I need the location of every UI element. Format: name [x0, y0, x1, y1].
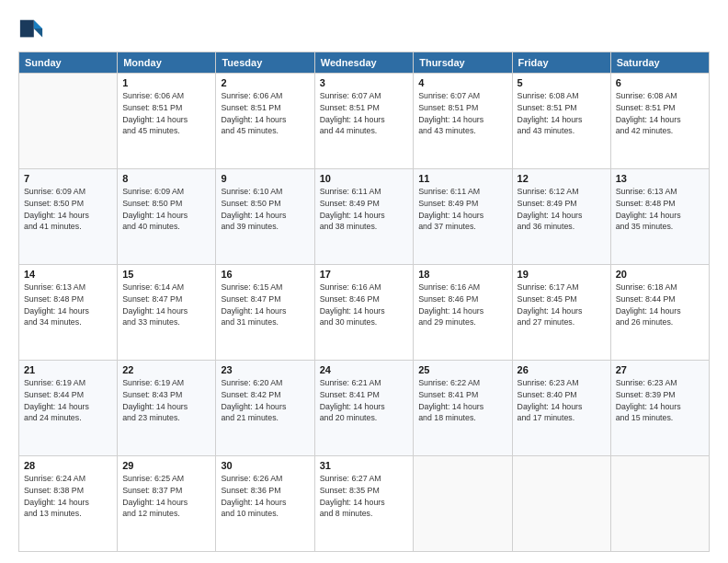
- cell-info-text: Sunrise: 6:08 AM Sunset: 8:51 PM Dayligh…: [518, 90, 606, 137]
- cell-date-number: 4: [418, 77, 506, 88]
- cell-date-number: 14: [24, 269, 112, 280]
- calendar-cell: 11Sunrise: 6:11 AM Sunset: 8:49 PM Dayli…: [414, 169, 512, 265]
- cell-date-number: 27: [616, 364, 704, 375]
- calendar-cell: 30Sunrise: 6:26 AM Sunset: 8:36 PM Dayli…: [216, 456, 314, 552]
- calendar-cell: 8Sunrise: 6:09 AM Sunset: 8:50 PM Daylig…: [118, 169, 216, 265]
- calendar-cell: 15Sunrise: 6:14 AM Sunset: 8:47 PM Dayli…: [118, 265, 216, 361]
- cell-date-number: 16: [221, 269, 309, 280]
- cell-info-text: Sunrise: 6:19 AM Sunset: 8:44 PM Dayligh…: [24, 377, 112, 424]
- cell-info-text: Sunrise: 6:15 AM Sunset: 8:47 PM Dayligh…: [221, 282, 309, 328]
- cell-info-text: Sunrise: 6:09 AM Sunset: 8:50 PM Dayligh…: [24, 186, 112, 233]
- cell-info-text: Sunrise: 6:06 AM Sunset: 8:51 PM Dayligh…: [122, 90, 210, 137]
- cell-date-number: 6: [616, 77, 704, 88]
- cell-date-number: 21: [24, 364, 112, 375]
- cell-date-number: 3: [320, 77, 409, 88]
- calendar-cell: 29Sunrise: 6:25 AM Sunset: 8:37 PM Dayli…: [118, 456, 216, 552]
- cell-date-number: 17: [320, 269, 409, 280]
- cell-info-text: Sunrise: 6:08 AM Sunset: 8:51 PM Dayligh…: [616, 90, 704, 137]
- calendar-cell: 6Sunrise: 6:08 AM Sunset: 8:51 PM Daylig…: [610, 74, 709, 169]
- calendar-week-2: 7Sunrise: 6:09 AM Sunset: 8:50 PM Daylig…: [19, 169, 710, 265]
- calendar-week-5: 28Sunrise: 6:24 AM Sunset: 8:38 PM Dayli…: [19, 456, 710, 552]
- calendar-cell: 12Sunrise: 6:12 AM Sunset: 8:49 PM Dayli…: [512, 169, 610, 265]
- col-header-wednesday: Wednesday: [314, 52, 414, 74]
- calendar-cell: 7Sunrise: 6:09 AM Sunset: 8:50 PM Daylig…: [19, 169, 118, 265]
- calendar-cell: [610, 456, 709, 552]
- calendar-cell: 31Sunrise: 6:27 AM Sunset: 8:35 PM Dayli…: [314, 456, 414, 552]
- calendar-cell: 24Sunrise: 6:21 AM Sunset: 8:41 PM Dayli…: [314, 361, 414, 456]
- calendar-cell: 25Sunrise: 6:22 AM Sunset: 8:41 PM Dayli…: [414, 361, 512, 456]
- cell-date-number: 20: [616, 269, 704, 280]
- cell-info-text: Sunrise: 6:23 AM Sunset: 8:40 PM Dayligh…: [518, 377, 606, 424]
- cell-info-text: Sunrise: 6:07 AM Sunset: 8:51 PM Dayligh…: [320, 90, 409, 137]
- calendar-cell: 1Sunrise: 6:06 AM Sunset: 8:51 PM Daylig…: [118, 74, 216, 169]
- cell-date-number: 8: [122, 173, 210, 184]
- cell-info-text: Sunrise: 6:23 AM Sunset: 8:39 PM Dayligh…: [616, 377, 704, 424]
- cell-info-text: Sunrise: 6:13 AM Sunset: 8:48 PM Dayligh…: [24, 282, 112, 328]
- cell-date-number: 19: [518, 269, 606, 280]
- page: SundayMondayTuesdayWednesdayThursdayFrid…: [0, 0, 728, 563]
- cell-date-number: 7: [24, 173, 112, 184]
- calendar-cell: 28Sunrise: 6:24 AM Sunset: 8:38 PM Dayli…: [19, 456, 118, 552]
- cell-date-number: 11: [418, 173, 506, 184]
- calendar-week-4: 21Sunrise: 6:19 AM Sunset: 8:44 PM Dayli…: [19, 361, 710, 456]
- cell-date-number: 22: [122, 364, 210, 375]
- col-header-sunday: Sunday: [19, 52, 118, 74]
- header: [18, 17, 710, 42]
- cell-date-number: 24: [320, 364, 409, 375]
- calendar-cell: [512, 456, 610, 552]
- calendar-cell: 16Sunrise: 6:15 AM Sunset: 8:47 PM Dayli…: [216, 265, 314, 361]
- calendar-cell: [414, 456, 512, 552]
- cell-info-text: Sunrise: 6:20 AM Sunset: 8:42 PM Dayligh…: [221, 377, 309, 424]
- cell-info-text: Sunrise: 6:17 AM Sunset: 8:45 PM Dayligh…: [518, 282, 606, 328]
- cell-date-number: 30: [221, 460, 309, 471]
- cell-date-number: 2: [221, 77, 309, 88]
- cell-info-text: Sunrise: 6:11 AM Sunset: 8:49 PM Dayligh…: [418, 186, 506, 233]
- calendar-week-1: 1Sunrise: 6:06 AM Sunset: 8:51 PM Daylig…: [19, 74, 710, 169]
- calendar-cell: [19, 74, 118, 169]
- calendar-cell: 4Sunrise: 6:07 AM Sunset: 8:51 PM Daylig…: [414, 74, 512, 169]
- cell-info-text: Sunrise: 6:16 AM Sunset: 8:46 PM Dayligh…: [418, 282, 506, 328]
- calendar-header-row: SundayMondayTuesdayWednesdayThursdayFrid…: [19, 52, 710, 74]
- calendar-cell: 17Sunrise: 6:16 AM Sunset: 8:46 PM Dayli…: [314, 265, 414, 361]
- cell-info-text: Sunrise: 6:22 AM Sunset: 8:41 PM Dayligh…: [418, 377, 506, 424]
- cell-info-text: Sunrise: 6:14 AM Sunset: 8:47 PM Dayligh…: [122, 282, 210, 328]
- logo: [18, 17, 48, 42]
- cell-info-text: Sunrise: 6:16 AM Sunset: 8:46 PM Dayligh…: [320, 282, 409, 328]
- cell-info-text: Sunrise: 6:11 AM Sunset: 8:49 PM Dayligh…: [320, 186, 409, 233]
- col-header-friday: Friday: [512, 52, 610, 74]
- calendar-cell: 2Sunrise: 6:06 AM Sunset: 8:51 PM Daylig…: [216, 74, 314, 169]
- logo-icon: [18, 17, 44, 42]
- cell-date-number: 26: [518, 364, 606, 375]
- calendar-cell: 19Sunrise: 6:17 AM Sunset: 8:45 PM Dayli…: [512, 265, 610, 361]
- cell-info-text: Sunrise: 6:12 AM Sunset: 8:49 PM Dayligh…: [518, 186, 606, 233]
- calendar-cell: 5Sunrise: 6:08 AM Sunset: 8:51 PM Daylig…: [512, 74, 610, 169]
- svg-marker-1: [34, 29, 42, 37]
- cell-info-text: Sunrise: 6:27 AM Sunset: 8:35 PM Dayligh…: [320, 473, 409, 520]
- calendar-cell: 3Sunrise: 6:07 AM Sunset: 8:51 PM Daylig…: [314, 74, 414, 169]
- col-header-saturday: Saturday: [610, 52, 709, 74]
- cell-info-text: Sunrise: 6:06 AM Sunset: 8:51 PM Dayligh…: [221, 90, 309, 137]
- cell-info-text: Sunrise: 6:09 AM Sunset: 8:50 PM Dayligh…: [122, 186, 210, 233]
- svg-rect-2: [20, 20, 34, 38]
- cell-info-text: Sunrise: 6:21 AM Sunset: 8:41 PM Dayligh…: [320, 377, 409, 424]
- cell-date-number: 31: [320, 460, 409, 471]
- calendar-cell: 14Sunrise: 6:13 AM Sunset: 8:48 PM Dayli…: [19, 265, 118, 361]
- col-header-tuesday: Tuesday: [216, 52, 314, 74]
- cell-info-text: Sunrise: 6:19 AM Sunset: 8:43 PM Dayligh…: [122, 377, 210, 424]
- cell-date-number: 5: [518, 77, 606, 88]
- cell-info-text: Sunrise: 6:25 AM Sunset: 8:37 PM Dayligh…: [122, 473, 210, 520]
- cell-info-text: Sunrise: 6:07 AM Sunset: 8:51 PM Dayligh…: [418, 90, 506, 137]
- calendar-week-3: 14Sunrise: 6:13 AM Sunset: 8:48 PM Dayli…: [19, 265, 710, 361]
- calendar-cell: 21Sunrise: 6:19 AM Sunset: 8:44 PM Dayli…: [19, 361, 118, 456]
- cell-date-number: 10: [320, 173, 409, 184]
- cell-info-text: Sunrise: 6:24 AM Sunset: 8:38 PM Dayligh…: [24, 473, 112, 520]
- cell-info-text: Sunrise: 6:13 AM Sunset: 8:48 PM Dayligh…: [616, 186, 704, 233]
- calendar-cell: 23Sunrise: 6:20 AM Sunset: 8:42 PM Dayli…: [216, 361, 314, 456]
- calendar-cell: 20Sunrise: 6:18 AM Sunset: 8:44 PM Dayli…: [610, 265, 709, 361]
- calendar-cell: 10Sunrise: 6:11 AM Sunset: 8:49 PM Dayli…: [314, 169, 414, 265]
- col-header-monday: Monday: [118, 52, 216, 74]
- cell-date-number: 9: [221, 173, 309, 184]
- cell-info-text: Sunrise: 6:10 AM Sunset: 8:50 PM Dayligh…: [221, 186, 309, 233]
- cell-date-number: 29: [122, 460, 210, 471]
- calendar-table: SundayMondayTuesdayWednesdayThursdayFrid…: [18, 52, 710, 552]
